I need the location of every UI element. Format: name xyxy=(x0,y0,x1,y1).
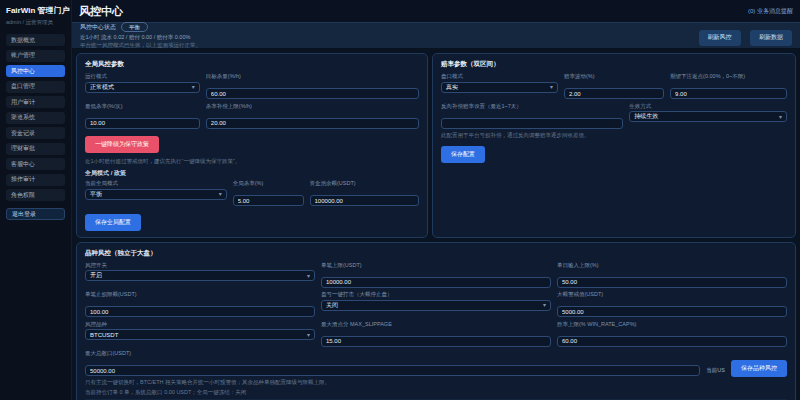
business-message-link[interactable]: (0) 业务消息提醒 xyxy=(748,7,793,16)
kill-hour-input[interactable] xyxy=(206,88,419,99)
status-actions: 刷新风控 刷新数据 xyxy=(694,25,792,46)
status-info: 风控中心状态 平衡 近1小时 流水 0.02 / 赔付 0.00 / 赔付率 0… xyxy=(80,22,201,49)
sidebar-item-ops-audit[interactable]: 操作审计 xyxy=(6,174,65,186)
status-badge: 平衡 xyxy=(121,22,148,32)
save-symbol-risk-button[interactable]: 保存品种风控 xyxy=(731,360,787,377)
kill-cap-label: 杀率补偿上限(%/h) xyxy=(206,103,419,110)
breadcrumb: admin / 运营管理员 xyxy=(6,19,65,26)
chevron-down-icon: ▾ xyxy=(192,84,195,90)
status-note: 平台统一风控模式已生效，以上监测项运行正常。 xyxy=(80,42,201,49)
per-order-limit-label: 单笔上限(USDT) xyxy=(321,262,551,269)
risk-symbol-value: BTCUSDT xyxy=(90,332,118,338)
sidebar-item-funds[interactable]: 资金记录 xyxy=(6,127,65,139)
downgrade-note: 近1小时赔付超过警戒值时，建议先执行“一键降级为保守政策”。 xyxy=(85,158,419,165)
max-exposure-input[interactable] xyxy=(85,365,700,376)
refresh-risk-button[interactable]: 刷新风控 xyxy=(699,30,741,46)
market-mode-label: 盘口模式 xyxy=(441,73,558,80)
sidebar-item-accounts[interactable]: 账户管理 xyxy=(6,50,65,62)
per-order-limit-input[interactable] xyxy=(321,277,551,288)
kill-min-label: 最低杀率(%/次) xyxy=(85,103,200,110)
chevron-down-icon: ▾ xyxy=(219,191,222,197)
winrate-cap-label: 胜率上限(% WIN_RATE_CAP%) xyxy=(557,321,787,328)
odds-note: 此配置用于平台亏损补偿，通过反向调整赔率逐步回收差值。 xyxy=(441,132,787,139)
rebate-input[interactable] xyxy=(670,88,787,99)
market-mode-select[interactable]: 真实 ▾ xyxy=(441,82,558,93)
sidebar-item-market[interactable]: 盘口管理 xyxy=(6,81,65,93)
symbol-note-2: 当前持仓订单 0 单，系统总敞口 0.00 USDT；全局一键冻结：关闭 xyxy=(85,389,787,396)
market-mode-value: 真实 xyxy=(446,83,458,92)
main-content: 风控中心 (0) 业务消息提醒 风控中心状态 平衡 近1小时 流水 0.02 /… xyxy=(72,0,800,400)
policy-mode-label: 当前全局模式 xyxy=(85,180,227,187)
exposure-summary: 当前USDT风控总览：敞口 0.00 / 50000.00 (0.00%)｜影响… xyxy=(706,367,725,377)
save-global-config-button[interactable]: 保存全局配置 xyxy=(85,214,141,231)
risk-symbol-label: 风控品种 xyxy=(85,321,315,328)
alert-threshold-label: 大额警戒值(USDT) xyxy=(557,291,787,298)
winrate-cap-input[interactable] xyxy=(557,336,787,347)
stoploss-label: 单笔止损限额(USDT) xyxy=(85,291,315,298)
effect-mode-label: 生效方式 xyxy=(629,103,787,110)
chevron-down-icon: ▾ xyxy=(543,302,546,308)
logout-button[interactable]: 退出登录 xyxy=(6,208,65,220)
max-slippage-label: 最大滑点分 MAX_SLIPPAGE xyxy=(321,321,551,328)
kill-hour-label: 目标杀量(%/h) xyxy=(206,73,419,80)
odds-fluctuation-label: 赔率波动(%) xyxy=(564,73,664,80)
sidebar-item-user-audit[interactable]: 用户审计 xyxy=(6,96,65,108)
chevron-down-icon: ▾ xyxy=(779,114,782,120)
pool-label: 资金池余额(USDT) xyxy=(310,180,419,187)
status-stats: 近1小时 流水 0.02 / 赔付 0.00 / 赔付率 0.00% xyxy=(80,34,201,41)
kill-cap-input[interactable] xyxy=(206,118,419,129)
policy-section-title: 全局模式 / 政策 xyxy=(85,169,419,178)
run-mode-select[interactable]: 正常模式 ▾ xyxy=(85,82,200,93)
policy-rate-label: 全局杀率(%) xyxy=(233,180,304,187)
max-slippage-input[interactable] xyxy=(321,336,551,347)
max-exposure-label: 最大总敞口(USDT) xyxy=(85,350,700,357)
global-risk-panel: 全局风控参数 运行模式 正常模式 ▾ 目标杀量(%/h) xyxy=(76,53,428,238)
sidebar-item-roles[interactable]: 角色权限 xyxy=(6,189,65,201)
pool-input[interactable] xyxy=(310,195,419,206)
odds-params-panel: 赔率参数（双区间） 盘口模式 真实 ▾ 赔率波动(%) xyxy=(432,53,796,238)
odds-fluctuation-input[interactable] xyxy=(564,88,664,99)
sidebar-item-support-center[interactable]: 客服中心 xyxy=(6,158,65,170)
top-bar: 风控中心 (0) 业务消息提醒 xyxy=(72,0,800,22)
compensate-label: 反向补偿赔率设置（最近1~7天） xyxy=(441,103,623,110)
chevron-down-icon: ▾ xyxy=(307,273,310,279)
risk-symbol-select[interactable]: BTCUSDT ▾ xyxy=(85,329,315,340)
daily-cap-label: 单日输入上限(%) xyxy=(557,262,787,269)
brand-title: FairWin 管理门户 xyxy=(6,5,65,16)
compensate-input[interactable] xyxy=(441,118,623,129)
sidebar-item-risk-center[interactable]: 风控中心 xyxy=(6,65,65,77)
stoploss-input[interactable] xyxy=(85,306,315,317)
effect-mode-select[interactable]: 持续生效 ▾ xyxy=(629,111,787,122)
sidebar-nav: 数据概览 账户管理 风控中心 盘口管理 用户审计 渠道系统 资金记录 理财审批 … xyxy=(6,34,65,201)
symbol-panel-title: 品种风控（独立于大盘） xyxy=(85,249,787,258)
risk-switch-value: 开启 xyxy=(90,271,102,280)
content-area: 全局风控参数 运行模式 正常模式 ▾ 目标杀量(%/h) xyxy=(72,49,800,400)
policy-rate-input[interactable] xyxy=(233,195,304,206)
refresh-data-button[interactable]: 刷新数据 xyxy=(750,30,792,46)
save-odds-config-button[interactable]: 保存配置 xyxy=(441,146,485,163)
page-title: 风控中心 xyxy=(79,4,123,19)
strike-mode-select[interactable]: 关闭 ▾ xyxy=(321,300,551,311)
daily-cap-input[interactable] xyxy=(557,277,787,288)
rebate-label: 期望下注返点(0.00%，0~不限) xyxy=(670,73,787,80)
sidebar-item-channels[interactable]: 渠道系统 xyxy=(6,112,65,124)
chevron-down-icon: ▾ xyxy=(307,332,310,338)
kill-min-input[interactable] xyxy=(85,118,200,129)
risk-switch-select[interactable]: 开启 ▾ xyxy=(85,270,315,281)
sidebar: FairWin 管理门户 admin / 运营管理员 数据概览 账户管理 风控中… xyxy=(0,0,72,400)
symbol-note-1: 只有主流一键切换时，BTC/ETH 相关策略合并统一小时预警值；其余品种单独配置… xyxy=(85,379,787,386)
symbol-risk-panel: 品种风控（独立于大盘） 风控开关 开启 ▾ 单笔上限(USDT) xyxy=(76,242,796,400)
alert-threshold-input[interactable] xyxy=(557,306,787,317)
downgrade-policy-button[interactable]: 一键降级为保守政策 xyxy=(85,136,159,153)
policy-mode-value: 平衡 xyxy=(90,190,102,199)
sidebar-item-overview[interactable]: 数据概览 xyxy=(6,34,65,46)
status-label: 风控中心状态 xyxy=(80,23,116,32)
policy-mode-select[interactable]: 平衡 ▾ xyxy=(85,189,227,200)
odds-panel-title: 赔率参数（双区间） xyxy=(441,60,787,69)
global-panel-title: 全局风控参数 xyxy=(85,60,419,69)
app-window: FairWin 管理门户 admin / 运营管理员 数据概览 账户管理 风控中… xyxy=(0,0,800,400)
strike-mode-value: 关闭 xyxy=(326,301,338,310)
sidebar-item-wealth-review[interactable]: 理财审批 xyxy=(6,143,65,155)
status-bar: 风控中心状态 平衡 近1小时 流水 0.02 / 赔付 0.00 / 赔付率 0… xyxy=(72,22,800,49)
effect-mode-value: 持续生效 xyxy=(634,112,658,121)
